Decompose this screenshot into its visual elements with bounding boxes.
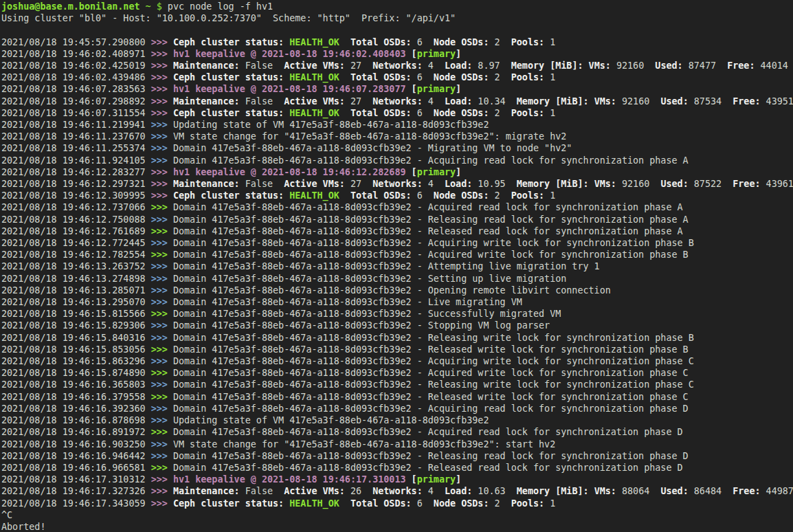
log-timestamp: 2021/08/18 19:46:11.255374 bbox=[1, 143, 151, 153]
log-timestamp: 2021/08/18 19:46:12.782554 bbox=[1, 250, 151, 260]
log-timestamp: 2021/08/18 19:46:15.815566 bbox=[1, 309, 151, 319]
log-line: 2021/08/18 19:46:16.946442 >>> Domain 41… bbox=[1, 450, 793, 462]
log-timestamp: 2021/08/18 19:46:12.772445 bbox=[1, 238, 151, 248]
log-timestamp: 2021/08/18 19:46:16.891972 bbox=[1, 427, 151, 437]
log-marker: >>> bbox=[151, 368, 173, 378]
log-line: 2021/08/18 19:46:17.310312 >>> hv1 keepa… bbox=[1, 474, 793, 485]
log-marker: >>> bbox=[151, 285, 173, 296]
log-marker: >>> bbox=[151, 392, 173, 402]
log-line: 2021/08/18 19:46:02.425019 >>> Maintenan… bbox=[1, 60, 793, 71]
log-line: 2021/08/18 19:46:11.255374 >>> Domain 41… bbox=[1, 142, 793, 154]
log-marker: >>> bbox=[151, 474, 173, 485]
log-line: 2021/08/18 19:46:16.903250 >>> VM state … bbox=[1, 439, 793, 450]
log-timestamp: 2021/08/18 19:46:16.878698 bbox=[1, 415, 151, 425]
log-marker: >>> bbox=[151, 297, 173, 307]
log-timestamp: 2021/08/18 19:46:13.285071 bbox=[1, 285, 151, 296]
log-timestamp: 2021/08/18 19:46:11.237670 bbox=[1, 131, 151, 142]
log-marker: >>> bbox=[151, 415, 173, 425]
prompt-user: joshua@base.m.bonilan.net bbox=[1, 1, 140, 12]
log-timestamp: 2021/08/18 19:46:11.924105 bbox=[1, 155, 151, 166]
log-line: 2021/08/18 19:46:11.924105 >>> Domain 41… bbox=[1, 155, 793, 166]
log-marker: >>> bbox=[151, 214, 173, 225]
log-timestamp: 2021/08/18 19:46:15.840316 bbox=[1, 333, 151, 343]
prompt-symbol: ~ $ bbox=[140, 1, 168, 12]
log-line: 2021/08/18 19:46:15.829306 >>> Domain 41… bbox=[1, 320, 793, 331]
log-timestamp: 2021/08/18 19:46:12.737066 bbox=[1, 202, 151, 212]
log-line: 2021/08/18 19:46:07.311554 >>> Ceph clus… bbox=[1, 107, 793, 119]
log-marker: >>> bbox=[151, 167, 173, 177]
log-marker: >>> bbox=[151, 309, 173, 319]
log-line: 2021/08/18 19:46:16.966581 >>> Domain 41… bbox=[1, 462, 793, 474]
log-marker: >>> bbox=[151, 84, 173, 94]
log-marker: >>> bbox=[151, 486, 173, 496]
log-marker: >>> bbox=[151, 179, 173, 189]
log-line: 2021/08/18 19:46:13.295070 >>> Domain 41… bbox=[1, 296, 793, 308]
log-line: 2021/08/18 19:46:16.365803 >>> Domain 41… bbox=[1, 379, 793, 390]
log-marker: >>> bbox=[151, 120, 173, 130]
log-line: 2021/08/18 19:46:12.772445 >>> Domain 41… bbox=[1, 237, 793, 249]
log-line: 2021/08/18 19:46:13.285071 >>> Domain 41… bbox=[1, 285, 793, 296]
log-timestamp: 2021/08/18 19:46:17.327326 bbox=[1, 486, 151, 496]
log-timestamp: 2021/08/18 19:46:07.298892 bbox=[1, 96, 151, 107]
log-line: 2021/08/18 19:46:15.840316 >>> Domain 41… bbox=[1, 332, 793, 344]
log-line: 2021/08/18 19:46:12.782554 >>> Domain 41… bbox=[1, 249, 793, 261]
log-line: 2021/08/18 19:46:17.327326 >>> Maintenan… bbox=[1, 485, 793, 497]
log-output: 2021/08/18 19:45:57.290800 >>> Ceph clus… bbox=[1, 36, 793, 509]
log-timestamp: 2021/08/18 19:46:16.946442 bbox=[1, 451, 151, 461]
log-marker: >>> bbox=[151, 143, 173, 153]
log-marker: >>> bbox=[151, 356, 173, 366]
log-marker: >>> bbox=[151, 333, 173, 343]
command-text: pvc node log -f hv1 bbox=[168, 1, 273, 12]
cluster-info-line: Using cluster "bl0" - Host: "10.100.0.25… bbox=[1, 12, 793, 24]
log-timestamp: 2021/08/18 19:46:15.853056 bbox=[1, 344, 151, 355]
log-line: 2021/08/18 19:46:16.878698 >>> Updating … bbox=[1, 414, 793, 426]
blank-line bbox=[1, 24, 793, 36]
log-timestamp: 2021/08/18 19:46:07.311554 bbox=[1, 108, 151, 118]
log-marker: >>> bbox=[151, 274, 173, 284]
log-line: 2021/08/18 19:46:13.274898 >>> Domain 41… bbox=[1, 273, 793, 285]
log-timestamp: 2021/08/18 19:46:15.874890 bbox=[1, 368, 151, 378]
log-marker: >>> bbox=[151, 60, 173, 71]
log-line: 2021/08/18 19:46:02.439486 >>> Ceph clus… bbox=[1, 71, 793, 83]
log-marker: >>> bbox=[151, 403, 173, 414]
log-line: 2021/08/18 19:46:15.874890 >>> Domain 41… bbox=[1, 367, 793, 379]
log-timestamp: 2021/08/18 19:46:12.297321 bbox=[1, 179, 151, 189]
log-marker: >>> bbox=[151, 320, 173, 331]
log-marker: >>> bbox=[151, 498, 173, 509]
log-line: 2021/08/18 19:46:02.408971 >>> hv1 keepa… bbox=[1, 48, 793, 60]
log-line: 2021/08/18 19:46:17.343059 >>> Ceph clus… bbox=[1, 498, 793, 509]
log-timestamp: 2021/08/18 19:46:13.295070 bbox=[1, 297, 151, 307]
log-marker: >>> bbox=[151, 261, 173, 271]
log-line: 2021/08/18 19:46:16.379558 >>> Domain 41… bbox=[1, 391, 793, 403]
log-marker: >>> bbox=[151, 131, 173, 142]
log-timestamp: 2021/08/18 19:46:13.274898 bbox=[1, 274, 151, 284]
log-line: 2021/08/18 19:45:57.290800 >>> Ceph clus… bbox=[1, 36, 793, 48]
log-timestamp: 2021/08/18 19:46:12.761689 bbox=[1, 226, 151, 236]
log-line: 2021/08/18 19:46:16.891972 >>> Domain 41… bbox=[1, 426, 793, 438]
log-timestamp: 2021/08/18 19:46:12.750088 bbox=[1, 214, 151, 225]
log-marker: >>> bbox=[151, 155, 173, 166]
log-timestamp: 2021/08/18 19:46:07.283563 bbox=[1, 84, 151, 94]
log-marker: >>> bbox=[151, 72, 173, 82]
log-line: 2021/08/18 19:46:12.761689 >>> Domain 41… bbox=[1, 225, 793, 237]
log-line: 2021/08/18 19:46:12.737066 >>> Domain 41… bbox=[1, 201, 793, 213]
log-line: 2021/08/18 19:46:07.298892 >>> Maintenan… bbox=[1, 96, 793, 107]
log-marker: >>> bbox=[151, 49, 173, 59]
log-marker: >>> bbox=[151, 427, 173, 437]
log-timestamp: 2021/08/18 19:46:17.310312 bbox=[1, 474, 151, 485]
log-line: 2021/08/18 19:46:12.283277 >>> hv1 keepa… bbox=[1, 166, 793, 178]
log-line: 2021/08/18 19:46:11.219941 >>> Updating … bbox=[1, 119, 793, 131]
log-timestamp: 2021/08/18 19:46:16.379558 bbox=[1, 392, 151, 402]
log-marker: >>> bbox=[151, 108, 173, 118]
log-timestamp: 2021/08/18 19:46:16.903250 bbox=[1, 439, 151, 450]
terminal-screen[interactable]: joshua@base.m.bonilan.net ~ $ pvc node l… bbox=[0, 0, 793, 532]
log-marker: >>> bbox=[151, 451, 173, 461]
log-marker: >>> bbox=[151, 202, 173, 212]
log-marker: >>> bbox=[151, 226, 173, 236]
log-line: 2021/08/18 19:46:12.750088 >>> Domain 41… bbox=[1, 214, 793, 225]
log-line: 2021/08/18 19:46:11.237670 >>> VM state … bbox=[1, 131, 793, 142]
log-line: 2021/08/18 19:46:13.263752 >>> Domain 41… bbox=[1, 261, 793, 272]
log-marker: >>> bbox=[151, 238, 173, 248]
log-marker: >>> bbox=[151, 344, 173, 355]
log-marker: >>> bbox=[151, 439, 173, 450]
